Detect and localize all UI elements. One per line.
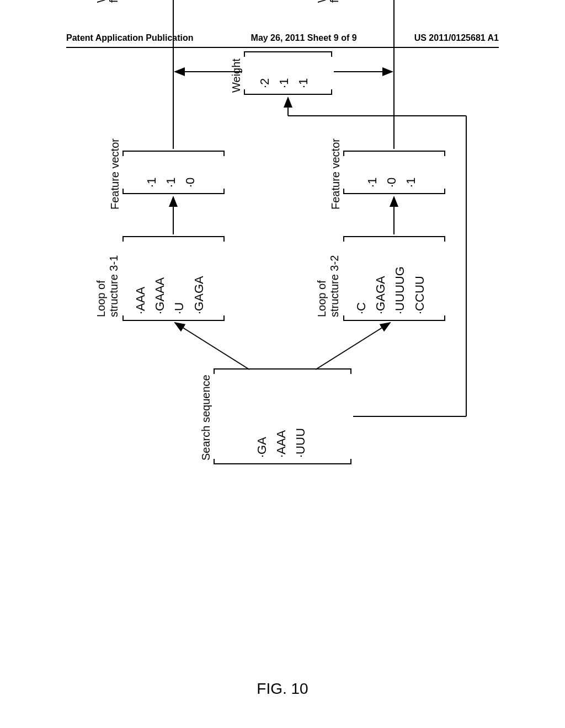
bracket-icon — [244, 51, 332, 57]
search-sequence-content: ·GA ·AAA ·UUU — [214, 370, 319, 463]
feature-vector-2-box: Feature vector ·1 ·0 ·1 — [343, 152, 445, 193]
loop-item: ·AAA — [131, 243, 150, 314]
loop-31-box: Loop of structure 3-1 ·AAA ·GAAA ·U ·GAG… — [122, 237, 225, 320]
weighted-2-label: Weighted feature vector — [316, 0, 341, 3]
arrow-icon — [175, 323, 249, 370]
weight-box: Weight ·2 ·1 ·1 — [244, 52, 332, 94]
weight-item: ·1 — [274, 58, 294, 88]
feature-vector-2-label: Feature vector — [329, 138, 342, 210]
loop-item: ·GAAA — [150, 243, 169, 314]
search-seq-item: ·GA — [252, 375, 271, 458]
feature-vector-1-box: Feature vector ·1 ·1 ·0 — [122, 152, 225, 193]
loop-item: ·GAGA — [189, 243, 209, 314]
fv-item: ·1 — [142, 157, 161, 188]
loop-31-content: ·AAA ·GAAA ·U ·GAGA — [122, 237, 217, 320]
bracket-icon — [343, 189, 445, 194]
bracket-icon — [214, 368, 351, 374]
fv-item: ·0 — [180, 157, 200, 188]
weight-item: ·2 — [255, 58, 274, 88]
fv-item: ·1 — [161, 157, 180, 188]
weight-item: ·1 — [294, 58, 313, 88]
bracket-icon — [343, 236, 445, 242]
figure-label: FIG. 10 — [257, 680, 308, 698]
loop-31-label: Loop of structure 3-1 — [95, 255, 120, 317]
loop-item: ·GAGA — [371, 243, 390, 314]
search-sequence-box: Search sequence ·GA ·AAA ·UUU — [214, 370, 351, 463]
weighted-1-label: Weighted feature vector — [95, 0, 120, 3]
feature-vector-1-label: Feature vector — [109, 138, 121, 210]
bracket-icon — [244, 89, 332, 95]
search-sequence-label: Search sequence — [200, 374, 212, 461]
feature-vector-1-content: ·1 ·1 ·0 — [122, 152, 209, 193]
weight-content: ·2 ·1 ·1 — [244, 52, 322, 94]
bracket-icon — [343, 315, 445, 321]
arrow-icon — [316, 323, 390, 370]
diagram-container: Search sequence ·GA ·AAA ·UUU Loop of st… — [89, 77, 476, 656]
feature-vector-2-content: ·1 ·0 ·1 — [343, 152, 429, 193]
loop-32-label: Loop of structure 3-2 — [316, 255, 341, 317]
loop-item: ·UUUUG — [390, 243, 409, 314]
bracket-icon — [122, 151, 225, 156]
bracket-icon — [122, 236, 225, 242]
loop-item: ·CCUU — [410, 243, 429, 314]
fv-item: ·1 — [363, 157, 382, 188]
bracket-icon — [122, 189, 225, 194]
search-seq-item: ·UUU — [291, 375, 310, 458]
fv-item: ·0 — [382, 157, 401, 188]
bracket-icon — [343, 151, 445, 156]
diagram-rotated: Search sequence ·GA ·AAA ·UUU Loop of st… — [89, 0, 476, 463]
bracket-icon — [122, 315, 225, 321]
loop-item: ·C — [351, 243, 371, 314]
bracket-icon — [214, 459, 351, 464]
weight-label: Weight — [230, 58, 243, 93]
search-seq-item: ·AAA — [271, 375, 291, 458]
loop-item: ·U — [169, 243, 189, 314]
fv-item: ·1 — [401, 157, 420, 188]
loop-32-content: ·C ·GAGA ·UUUUG ·CCUU — [343, 237, 438, 320]
loop-32-box: Loop of structure 3-2 ·C ·GAGA ·UUUUG ·C… — [343, 237, 445, 320]
